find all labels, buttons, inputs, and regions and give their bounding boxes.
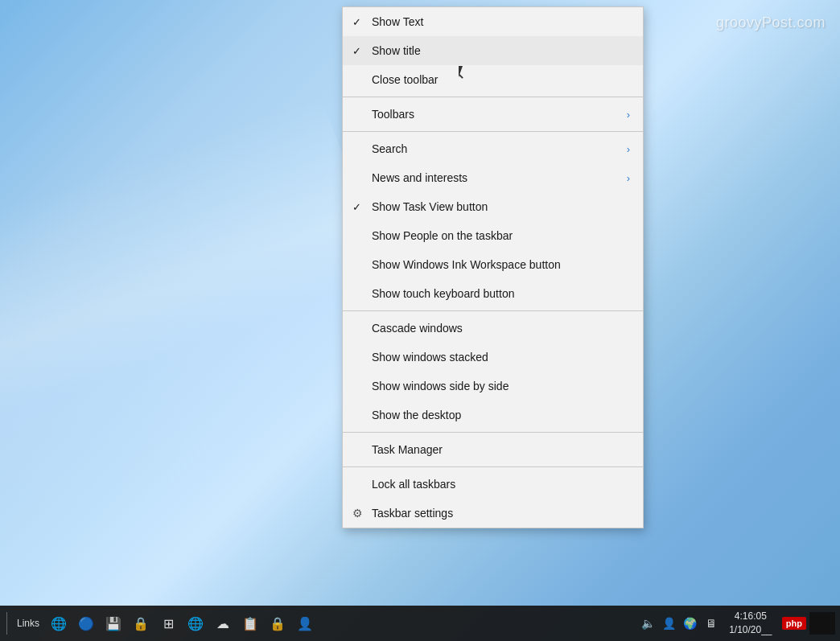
system-tray: 🔈 👤 🌍 🖥	[639, 611, 721, 635]
menu-label-search: Search	[372, 142, 627, 155]
menu-item-windows-stacked[interactable]: Show windows stacked	[343, 343, 643, 372]
taskbar-network-icon[interactable]: 🌐	[183, 610, 208, 636]
arrow-search: ›	[627, 143, 630, 155]
menu-item-close-toolbar[interactable]: Close toolbar	[343, 65, 643, 94]
menu-label-windows-side: Show windows side by side	[372, 380, 630, 392]
checkmark-show-text: ✓	[352, 16, 369, 28]
tray-avatar-icon[interactable]: 👤	[660, 611, 679, 635]
menu-item-search[interactable]: Search ›	[343, 134, 643, 163]
clock-time: 4:16:05	[735, 610, 767, 623]
menu-label-cascade: Cascade windows	[372, 322, 630, 335]
menu-label-taskbar-settings: Taskbar settings	[372, 507, 630, 520]
separator-2	[343, 131, 643, 132]
taskbar-bluetooth-icon[interactable]: 🔵	[73, 610, 99, 636]
menu-item-taskbar-settings[interactable]: ⚙ Taskbar settings	[343, 499, 643, 528]
menu-item-news-interests[interactable]: News and interests ›	[343, 163, 643, 192]
menu-item-toolbars[interactable]: Toolbars ›	[343, 100, 643, 129]
checkmark-show-title: ✓	[352, 45, 369, 57]
separator-4	[343, 432, 643, 433]
gear-icon: ⚙	[352, 507, 369, 520]
menu-item-ink-workspace[interactable]: Show Windows Ink Workspace button	[343, 250, 643, 279]
taskbar-links-label: Links	[12, 618, 44, 629]
taskbar-storage-icon[interactable]: 💾	[101, 610, 126, 636]
menu-label-toolbars: Toolbars	[372, 108, 627, 121]
menu-label-close-toolbar: Close toolbar	[372, 73, 630, 86]
menu-item-task-manager[interactable]: Task Manager	[343, 435, 643, 464]
tray-earth-icon[interactable]: 🌍	[681, 611, 700, 635]
system-clock[interactable]: 4:16:05 1/10/20__	[723, 610, 779, 637]
checkmark-task-view: ✓	[352, 201, 369, 213]
menu-label-show-title: Show title	[372, 44, 630, 57]
separator-3	[343, 310, 643, 311]
menu-item-task-view[interactable]: ✓ Show Task View button	[343, 192, 643, 221]
taskbar-lock-icon[interactable]: 🔒	[128, 610, 154, 636]
arrow-news-interests: ›	[627, 172, 630, 184]
menu-label-news-interests: News and interests	[372, 171, 627, 184]
menu-label-show-text: Show Text	[372, 15, 630, 28]
menu-label-show-people: Show People on the taskbar	[372, 229, 630, 242]
menu-item-lock-taskbars[interactable]: Lock all taskbars	[343, 470, 643, 499]
arrow-toolbars: ›	[627, 109, 630, 121]
menu-label-ink-workspace: Show Windows Ink Workspace button	[372, 258, 630, 271]
desktop: groovyPost.com ✓ Show Text ✓ Show title …	[0, 0, 840, 641]
menu-item-cascade[interactable]: Cascade windows	[343, 314, 643, 343]
menu-item-show-people[interactable]: Show People on the taskbar	[343, 221, 643, 250]
menu-item-show-desktop[interactable]: Show the desktop	[343, 401, 643, 429]
taskbar-grid-icon[interactable]: ⊞	[155, 610, 181, 636]
menu-item-show-text[interactable]: ✓ Show Text	[343, 7, 643, 36]
menu-item-windows-side[interactable]: Show windows side by side	[343, 372, 643, 401]
taskbar-cloud-icon[interactable]: ☁	[210, 610, 236, 636]
context-menu: ✓ Show Text ✓ Show title Close toolbar T…	[342, 6, 644, 528]
tray-volume-icon[interactable]: 🔈	[639, 611, 658, 635]
menu-label-touch-keyboard: Show touch keyboard button	[372, 287, 630, 300]
menu-label-show-desktop: Show the desktop	[372, 409, 630, 421]
taskbar-globe-icon[interactable]: 🌐	[46, 610, 72, 636]
taskbar-left: Links 🌐 🔵 💾 🔒 ⊞ 🌐 ☁ 📋 🔒 👤	[0, 610, 321, 636]
taskbar-end-box	[809, 612, 835, 635]
tray-monitor-icon[interactable]: 🖥	[702, 611, 721, 635]
taskbar-vpn-icon[interactable]: 🔒	[265, 610, 290, 636]
menu-label-windows-stacked: Show windows stacked	[372, 351, 630, 364]
menu-label-lock-taskbars: Lock all taskbars	[372, 478, 630, 491]
php-badge: php	[782, 617, 806, 630]
watermark: groovyPost.com	[716, 14, 826, 31]
clock-date: 1/10/20__	[729, 623, 772, 637]
taskbar-divider-left	[6, 612, 7, 635]
menu-item-touch-keyboard[interactable]: Show touch keyboard button	[343, 279, 643, 308]
taskbar-file-icon[interactable]: 📋	[237, 610, 263, 636]
menu-item-show-title[interactable]: ✓ Show title	[343, 36, 643, 65]
separator-5	[343, 466, 643, 467]
menu-label-task-manager: Task Manager	[372, 443, 630, 456]
taskbar-right: 🔈 👤 🌍 🖥 4:16:05 1/10/20__ php	[636, 610, 840, 637]
menu-label-task-view: Show Task View button	[372, 200, 630, 213]
taskbar-person-icon[interactable]: 👤	[292, 610, 318, 636]
separator-1	[343, 97, 643, 97]
taskbar: Links 🌐 🔵 💾 🔒 ⊞ 🌐 ☁ 📋 🔒 👤 🔈 👤 🌍 🖥 4:16:0…	[0, 606, 840, 641]
